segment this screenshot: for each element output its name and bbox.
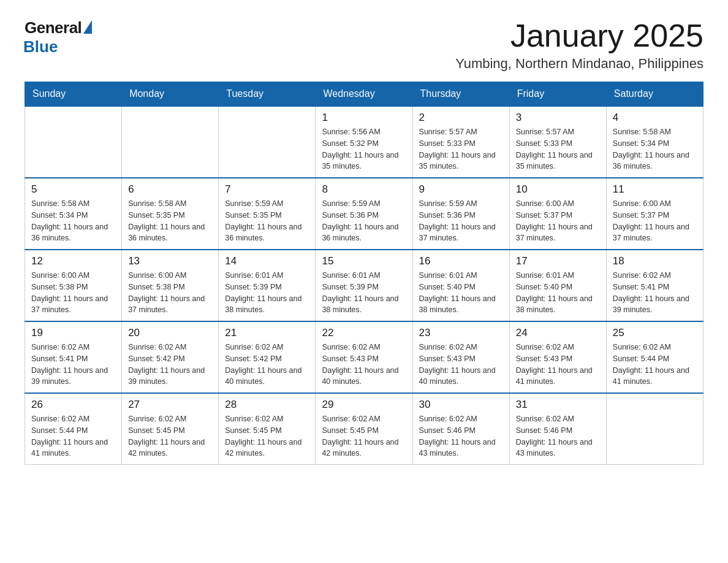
calendar-cell: 4Sunrise: 5:58 AMSunset: 5:34 PMDaylight… [606, 106, 703, 178]
day-info: Sunrise: 6:02 AMSunset: 5:43 PMDaylight:… [322, 342, 406, 388]
month-title: January 2025 [455, 18, 703, 53]
calendar-header-wednesday: Wednesday [316, 82, 412, 107]
calendar-cell [606, 393, 703, 465]
calendar-cell: 23Sunrise: 6:02 AMSunset: 5:43 PMDayligh… [412, 321, 509, 393]
calendar-cell: 25Sunrise: 6:02 AMSunset: 5:44 PMDayligh… [606, 321, 703, 393]
day-info: Sunrise: 5:58 AMSunset: 5:34 PMDaylight:… [613, 126, 697, 172]
day-info: Sunrise: 6:01 AMSunset: 5:39 PMDaylight:… [322, 270, 406, 316]
day-number: 24 [516, 327, 600, 339]
day-number: 29 [322, 399, 406, 411]
calendar-cell: 13Sunrise: 6:00 AMSunset: 5:38 PMDayligh… [122, 250, 219, 321]
day-info: Sunrise: 6:00 AMSunset: 5:38 PMDaylight:… [31, 270, 115, 316]
day-number: 18 [613, 255, 697, 267]
day-info: Sunrise: 6:02 AMSunset: 5:45 PMDaylight:… [225, 413, 309, 459]
calendar-week-row: 5Sunrise: 5:58 AMSunset: 5:34 PMDaylight… [25, 178, 703, 250]
page-header: General Blue January 2025 Yumbing, North… [25, 18, 703, 72]
day-number: 31 [516, 399, 600, 411]
calendar-cell: 22Sunrise: 6:02 AMSunset: 5:43 PMDayligh… [316, 321, 412, 393]
calendar-cell: 11Sunrise: 6:00 AMSunset: 5:37 PMDayligh… [606, 178, 703, 250]
calendar-header-saturday: Saturday [606, 82, 703, 107]
calendar-week-row: 26Sunrise: 6:02 AMSunset: 5:44 PMDayligh… [25, 393, 703, 465]
calendar-cell: 19Sunrise: 6:02 AMSunset: 5:41 PMDayligh… [25, 321, 122, 393]
day-info: Sunrise: 6:02 AMSunset: 5:45 PMDaylight:… [128, 413, 212, 459]
location-title: Yumbing, Northern Mindanao, Philippines [455, 56, 703, 72]
calendar-cell: 27Sunrise: 6:02 AMSunset: 5:45 PMDayligh… [122, 393, 219, 465]
day-number: 12 [31, 255, 115, 267]
day-number: 9 [419, 183, 503, 196]
calendar-cell: 21Sunrise: 6:02 AMSunset: 5:42 PMDayligh… [219, 321, 316, 393]
day-number: 8 [322, 183, 406, 196]
calendar-cell [219, 106, 316, 178]
day-number: 3 [516, 112, 600, 124]
calendar-cell: 26Sunrise: 6:02 AMSunset: 5:44 PMDayligh… [25, 393, 122, 465]
day-info: Sunrise: 6:00 AMSunset: 5:37 PMDaylight:… [613, 198, 697, 244]
calendar-cell: 7Sunrise: 5:59 AMSunset: 5:35 PMDaylight… [219, 178, 316, 250]
day-number: 10 [516, 183, 600, 196]
calendar-cell: 18Sunrise: 6:02 AMSunset: 5:41 PMDayligh… [606, 250, 703, 321]
title-area: January 2025 Yumbing, Northern Mindanao,… [455, 18, 703, 72]
calendar-week-row: 12Sunrise: 6:00 AMSunset: 5:38 PMDayligh… [25, 250, 703, 321]
day-number: 30 [419, 399, 503, 411]
day-number: 4 [613, 112, 697, 124]
calendar-cell: 17Sunrise: 6:01 AMSunset: 5:40 PMDayligh… [509, 250, 606, 321]
day-info: Sunrise: 5:56 AMSunset: 5:32 PMDaylight:… [322, 126, 406, 172]
calendar-cell: 9Sunrise: 5:59 AMSunset: 5:36 PMDaylight… [412, 178, 509, 250]
logo-blue-text: Blue [23, 37, 58, 56]
day-info: Sunrise: 6:02 AMSunset: 5:44 PMDaylight:… [613, 342, 697, 388]
calendar-cell: 30Sunrise: 6:02 AMSunset: 5:46 PMDayligh… [412, 393, 509, 465]
day-number: 17 [516, 255, 600, 267]
day-number: 25 [613, 327, 697, 339]
calendar-cell: 28Sunrise: 6:02 AMSunset: 5:45 PMDayligh… [219, 393, 316, 465]
calendar-cell: 31Sunrise: 6:02 AMSunset: 5:46 PMDayligh… [509, 393, 606, 465]
day-info: Sunrise: 6:02 AMSunset: 5:45 PMDaylight:… [322, 413, 406, 459]
logo-general-text: General [25, 18, 82, 37]
calendar-cell: 24Sunrise: 6:02 AMSunset: 5:43 PMDayligh… [509, 321, 606, 393]
calendar-cell [25, 106, 122, 178]
day-info: Sunrise: 5:58 AMSunset: 5:35 PMDaylight:… [128, 198, 212, 244]
day-number: 2 [419, 112, 503, 124]
day-number: 21 [225, 327, 309, 339]
day-number: 20 [128, 327, 212, 339]
day-info: Sunrise: 5:57 AMSunset: 5:33 PMDaylight:… [419, 126, 503, 172]
calendar-cell: 14Sunrise: 6:01 AMSunset: 5:39 PMDayligh… [219, 250, 316, 321]
day-number: 19 [31, 327, 115, 339]
day-number: 6 [128, 183, 212, 196]
day-info: Sunrise: 5:59 AMSunset: 5:35 PMDaylight:… [225, 198, 309, 244]
day-info: Sunrise: 5:57 AMSunset: 5:33 PMDaylight:… [516, 126, 600, 172]
day-info: Sunrise: 6:01 AMSunset: 5:40 PMDaylight:… [516, 270, 600, 316]
calendar-cell: 20Sunrise: 6:02 AMSunset: 5:42 PMDayligh… [122, 321, 219, 393]
day-number: 23 [419, 327, 503, 339]
calendar-cell [122, 106, 219, 178]
day-info: Sunrise: 6:02 AMSunset: 5:43 PMDaylight:… [516, 342, 600, 388]
calendar-header-tuesday: Tuesday [219, 82, 316, 107]
calendar-week-row: 1Sunrise: 5:56 AMSunset: 5:32 PMDaylight… [25, 106, 703, 178]
day-info: Sunrise: 6:02 AMSunset: 5:46 PMDaylight:… [419, 413, 503, 459]
day-info: Sunrise: 5:59 AMSunset: 5:36 PMDaylight:… [419, 198, 503, 244]
calendar-cell: 12Sunrise: 6:00 AMSunset: 5:38 PMDayligh… [25, 250, 122, 321]
calendar-table: SundayMondayTuesdayWednesdayThursdayFrid… [25, 82, 703, 465]
calendar-cell: 10Sunrise: 6:00 AMSunset: 5:37 PMDayligh… [509, 178, 606, 250]
day-info: Sunrise: 6:02 AMSunset: 5:46 PMDaylight:… [516, 413, 600, 459]
calendar-header-monday: Monday [122, 82, 219, 107]
day-info: Sunrise: 6:02 AMSunset: 5:42 PMDaylight:… [225, 342, 309, 388]
day-number: 27 [128, 399, 212, 411]
day-info: Sunrise: 6:02 AMSunset: 5:41 PMDaylight:… [613, 270, 697, 316]
calendar-cell: 3Sunrise: 5:57 AMSunset: 5:33 PMDaylight… [509, 106, 606, 178]
day-info: Sunrise: 6:02 AMSunset: 5:42 PMDaylight:… [128, 342, 212, 388]
calendar-cell: 29Sunrise: 6:02 AMSunset: 5:45 PMDayligh… [316, 393, 412, 465]
calendar-cell: 6Sunrise: 5:58 AMSunset: 5:35 PMDaylight… [122, 178, 219, 250]
day-info: Sunrise: 6:00 AMSunset: 5:37 PMDaylight:… [516, 198, 600, 244]
calendar-header-friday: Friday [509, 82, 606, 107]
calendar-cell: 15Sunrise: 6:01 AMSunset: 5:39 PMDayligh… [316, 250, 412, 321]
day-info: Sunrise: 6:01 AMSunset: 5:40 PMDaylight:… [419, 270, 503, 316]
day-number: 7 [225, 183, 309, 196]
day-number: 26 [31, 399, 115, 411]
calendar-cell: 5Sunrise: 5:58 AMSunset: 5:34 PMDaylight… [25, 178, 122, 250]
day-number: 22 [322, 327, 406, 339]
calendar-cell: 8Sunrise: 5:59 AMSunset: 5:36 PMDaylight… [316, 178, 412, 250]
logo: General Blue [25, 18, 92, 56]
day-number: 15 [322, 255, 406, 267]
calendar-week-row: 19Sunrise: 6:02 AMSunset: 5:41 PMDayligh… [25, 321, 703, 393]
day-number: 14 [225, 255, 309, 267]
day-info: Sunrise: 6:02 AMSunset: 5:41 PMDaylight:… [31, 342, 115, 388]
